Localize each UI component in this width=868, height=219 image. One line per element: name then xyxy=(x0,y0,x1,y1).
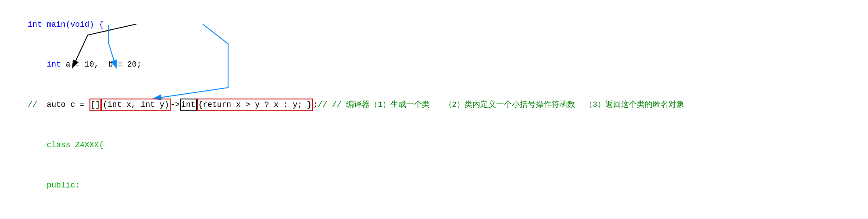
public-keyword: public: xyxy=(28,181,80,190)
keyword-int-2: int xyxy=(46,60,61,69)
arrow: -> xyxy=(171,100,180,109)
indent xyxy=(28,60,46,69)
code-line-3: // auto c = [](int x, int y)->int{return… xyxy=(9,85,859,125)
code-line-1: int main(void) { xyxy=(9,4,859,45)
var-ab: a = 10, b = 20; xyxy=(61,60,142,69)
class-keyword: class Z4XXX{ xyxy=(28,141,104,149)
lambda-body-box: {return x > y ? x : y; } xyxy=(197,99,313,111)
code-line-6: int operator()(int x, int y){ xyxy=(9,205,859,219)
keyword-int: int main(void) { xyxy=(28,20,104,29)
code-area: int main(void) { int a = 10, b = 20; // … xyxy=(0,0,868,219)
lambda-params-box: (int x, int y) xyxy=(101,99,170,111)
return-type-int-box: int xyxy=(180,99,196,111)
lambda-bracket-box: [] xyxy=(89,99,102,111)
comment-semi: ; xyxy=(313,100,318,109)
auto-keyword: auto c = xyxy=(42,100,89,109)
comment-text: // // 编译器（1）生成一个类 （2）类内定义一个小括号操作符函数 （3）返… xyxy=(318,100,684,109)
code-line-2: int a = 10, b = 20; xyxy=(9,45,859,85)
code-line-5: public: xyxy=(9,165,859,205)
code-line-4: class Z4XXX{ xyxy=(9,125,859,165)
comment-slash: // xyxy=(28,100,42,109)
